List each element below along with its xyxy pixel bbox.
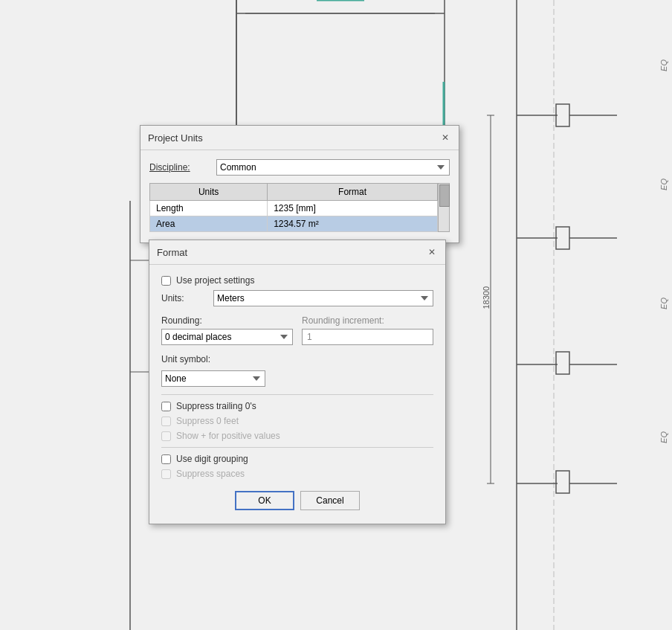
project-units-close-button[interactable]: ✕ (439, 132, 451, 144)
svg-rect-17 (556, 471, 569, 493)
rounding-increment-col: Rounding increment: (302, 315, 433, 345)
project-units-dialog: Project Units ✕ Discipline: Common Units… (140, 125, 459, 243)
discipline-row: Discipline: Common (149, 159, 450, 176)
rounding-col: Rounding: 0 decimal places (161, 315, 293, 345)
unit-symbol-label: Unit symbol: (161, 354, 433, 364)
scrollbar-thumb[interactable] (439, 184, 450, 207)
dimension-label: 18300 (482, 286, 491, 309)
unit-symbol-row: Unit symbol: None (161, 354, 433, 387)
format-title: Format (157, 247, 187, 258)
use-project-settings-label: Use project settings (176, 275, 254, 286)
units-table: Units Format Length 1235 [mm] Area 1234.… (149, 183, 438, 232)
suppress-spaces-checkbox[interactable] (161, 469, 171, 479)
suppress-trailing-zeros-checkbox[interactable] (161, 402, 171, 411)
units-cell: Area (150, 216, 268, 232)
format-cell: 1234.57 m² (268, 216, 438, 232)
eq-label-3: EQ (659, 298, 668, 309)
table-scrollbar[interactable] (438, 183, 450, 232)
use-digit-grouping-label: Use digit grouping (176, 454, 248, 464)
button-row: OK Cancel (161, 483, 433, 513)
suppress-zero-feet-label: Suppress 0 feet (176, 416, 239, 426)
eq-label-1: EQ (659, 60, 668, 71)
rounding-select[interactable]: 0 decimal places (161, 329, 293, 345)
units-field-select[interactable]: Meters (213, 290, 433, 306)
use-digit-grouping-checkbox[interactable] (161, 454, 171, 464)
format-dialog: Format ✕ Use project settings Units: Met… (149, 240, 446, 524)
format-cell: 1235 [mm] (268, 201, 438, 216)
show-positive-values-label: Show + for positive values (176, 431, 280, 441)
format-close-button[interactable]: ✕ (426, 246, 438, 258)
discipline-label: Discipline: (149, 162, 216, 173)
units-cell: Length (150, 201, 268, 216)
units-table-container: Units Format Length 1235 [mm] Area 1234.… (149, 183, 450, 232)
units-field-label: Units: (161, 293, 213, 303)
suppress-trailing-zeros-label: Suppress trailing 0's (176, 401, 256, 411)
format-column-header: Format (268, 184, 438, 201)
rounding-increment-input[interactable] (302, 329, 433, 345)
table-row[interactable]: Length 1235 [mm] (150, 201, 438, 216)
use-digit-grouping-row: Use digit grouping (161, 454, 433, 464)
table-row[interactable]: Area 1234.57 m² (150, 216, 438, 232)
rounding-row: Rounding: 0 decimal places Rounding incr… (161, 315, 433, 345)
suppress-spaces-label: Suppress spaces (176, 469, 245, 479)
cancel-button[interactable]: Cancel (300, 491, 360, 510)
divider-2 (161, 447, 433, 448)
format-content: Use project settings Units: Meters Round… (149, 265, 445, 524)
show-positive-values-checkbox[interactable] (161, 431, 171, 441)
rounding-label: Rounding: (161, 315, 293, 326)
unit-symbol-select[interactable]: None (161, 370, 265, 387)
project-units-titlebar: Project Units ✕ (140, 126, 459, 150)
units-row: Units: Meters (161, 290, 433, 306)
use-project-settings-checkbox[interactable] (161, 276, 171, 286)
suppress-spaces-row: Suppress spaces (161, 469, 433, 479)
eq-label-2: EQ (659, 179, 668, 190)
project-units-title: Project Units (148, 132, 203, 144)
suppress-zero-feet-checkbox[interactable] (161, 417, 171, 426)
units-column-header: Units (150, 184, 268, 201)
suppress-zero-feet-row: Suppress 0 feet (161, 416, 433, 426)
rounding-increment-label: Rounding increment: (302, 315, 433, 326)
divider-1 (161, 394, 433, 395)
discipline-select[interactable]: Common (216, 159, 450, 176)
format-titlebar: Format ✕ (149, 240, 445, 265)
ok-button[interactable]: OK (235, 491, 294, 510)
eq-label-4: EQ (659, 431, 668, 443)
show-positive-values-row: Show + for positive values (161, 431, 433, 441)
project-units-content: Discipline: Common Units Format Length 1… (140, 150, 459, 242)
svg-rect-15 (556, 227, 569, 249)
svg-rect-16 (556, 352, 569, 374)
svg-rect-14 (556, 104, 569, 126)
suppress-trailing-zeros-row: Suppress trailing 0's (161, 401, 433, 411)
use-project-settings-row: Use project settings (161, 275, 433, 286)
